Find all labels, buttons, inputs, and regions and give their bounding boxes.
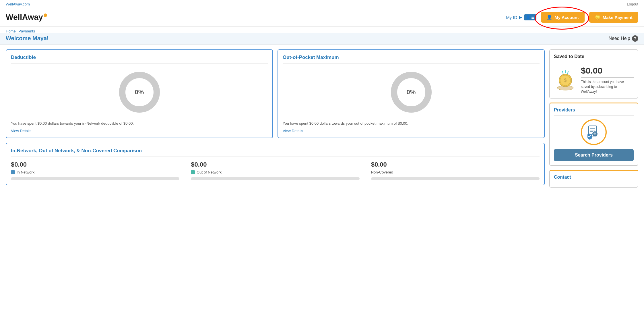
main-content: Deductible 0% You have spent $0.00 dolla… (0, 45, 644, 192)
site-url[interactable]: WellAway.com (6, 2, 30, 6)
non-covered-bar (371, 177, 540, 180)
out-of-pocket-percent: 0% (407, 88, 416, 96)
my-account-button[interactable]: 👤 My Account (541, 12, 584, 23)
my-id-icon[interactable]: 👤 ☰ (524, 14, 536, 20)
saved-to-date-title: Saved to Date (554, 54, 634, 62)
out-of-pocket-donut-container: 0% (283, 69, 540, 115)
out-of-network-amount: $0.00 (191, 161, 359, 168)
deductible-card: Deductible 0% You have spent $0.00 dolla… (6, 49, 273, 138)
header-right: My ID ▶ 👤 ☰ 👤 My Account 🪙 Make Payment (506, 12, 638, 23)
in-network-col: $0.00 In Network (11, 161, 179, 180)
my-id-link[interactable]: My ID ▶ 👤 ☰ (506, 14, 536, 20)
in-network-amount: $0.00 (11, 161, 179, 168)
welcome-text: Welcome Maya! (6, 35, 49, 42)
providers-icon-wrap (554, 119, 634, 145)
breadcrumb-bar: Home Payments (0, 27, 644, 33)
out-of-network-label: Out of Network (191, 170, 359, 174)
out-of-pocket-desc: You have spent $0.00 dollars towards you… (283, 121, 540, 126)
deductible-donut-container: 0% (11, 69, 268, 115)
non-covered-col: $0.00 Non-Covered (371, 161, 540, 180)
saved-to-date-card: Saved to Date $ $0.00 This i (549, 49, 638, 99)
header: WellAway My ID ▶ 👤 ☰ 👤 My Account 🪙 Make… (0, 8, 644, 27)
my-id-label: My ID (506, 15, 517, 20)
breadcrumb: Home Payments (6, 29, 638, 33)
in-network-label-text: In Network (17, 170, 34, 174)
doc-icon-circle (581, 119, 607, 145)
out-of-network-col: $0.00 Out of Network (191, 161, 359, 180)
top-bar: WellAway.com Logout (0, 0, 644, 8)
document-icon (585, 124, 602, 141)
deductible-donut: 0% (117, 69, 162, 115)
out-of-pocket-title: Out-of-Pocket Maximum (283, 55, 540, 63)
in-network-bar (11, 177, 179, 180)
out-of-network-bar (191, 177, 359, 180)
payment-icon: 🪙 (595, 15, 600, 20)
welcome-bar: Welcome Maya! Need Help ? (0, 33, 644, 45)
contact-card: Contact (549, 170, 638, 188)
need-help-label: Need Help (608, 36, 630, 41)
top-cards: Deductible 0% You have spent $0.00 dolla… (6, 49, 545, 138)
in-network-color-box (11, 170, 15, 174)
in-network-label: In Network (11, 170, 179, 174)
saved-amount: $0.00 (581, 66, 634, 78)
svg-text:$: $ (564, 78, 567, 83)
logo: WellAway (6, 13, 47, 22)
deductible-view-details[interactable]: View Details (11, 129, 31, 133)
search-providers-button[interactable]: Search Providers (554, 149, 634, 161)
make-payment-label: Make Payment (603, 15, 633, 20)
coin-icon: $ (554, 68, 577, 91)
logo-dot (44, 14, 47, 17)
non-covered-label: Non-Covered (371, 170, 540, 174)
non-covered-amount: $0.00 (371, 161, 540, 168)
svg-line-6 (562, 71, 563, 74)
right-sidebar: Saved to Date $ $0.00 This i (549, 49, 638, 188)
list-icon: ☰ (531, 15, 535, 20)
site-url-link[interactable]: WellAway.com (6, 2, 30, 6)
logout-button[interactable]: Logout (627, 2, 638, 6)
left-panels: Deductible 0% You have spent $0.00 dolla… (6, 49, 545, 188)
out-of-pocket-view-details[interactable]: View Details (283, 129, 303, 133)
saved-desc: This is the amount you have saved by sub… (581, 80, 634, 94)
out-of-pocket-donut: 0% (388, 69, 434, 115)
help-icon[interactable]: ? (632, 35, 638, 42)
deductible-percent: 0% (135, 88, 144, 96)
user-icon: 👤 (526, 15, 530, 20)
providers-card: Providers (549, 103, 638, 166)
logo-text: WellAway (6, 13, 43, 22)
comparison-title: In-Network, Out of Network, & Non-Covere… (11, 148, 540, 157)
breadcrumb-home[interactable]: Home (6, 29, 16, 33)
out-of-network-label-text: Out of Network (197, 170, 222, 174)
my-account-wrapper: 👤 My Account (541, 12, 584, 23)
svg-line-8 (568, 71, 568, 74)
out-of-pocket-card: Out-of-Pocket Maximum 0% You have spent … (278, 49, 545, 138)
deductible-desc: You have spent $0.00 dollars towards you… (11, 121, 268, 126)
person-icon: 👤 (547, 15, 552, 20)
breadcrumb-payments[interactable]: Payments (18, 29, 35, 33)
out-of-network-color-box (191, 170, 195, 174)
need-help: Need Help ? (608, 35, 638, 42)
make-payment-button[interactable]: 🪙 Make Payment (589, 12, 638, 23)
my-account-label: My Account (554, 15, 579, 20)
comparison-card: In-Network, Out of Network, & Non-Covere… (6, 143, 545, 185)
non-covered-label-text: Non-Covered (371, 170, 393, 174)
saved-content: $ $0.00 This is the amount you have save… (554, 66, 634, 94)
contact-title: Contact (554, 175, 634, 183)
providers-title: Providers (554, 107, 634, 116)
deductible-title: Deductible (11, 55, 268, 63)
saved-text-block: $0.00 This is the amount you have saved … (581, 66, 634, 94)
comparison-cols: $0.00 In Network $0.00 Out of Network (11, 161, 540, 180)
